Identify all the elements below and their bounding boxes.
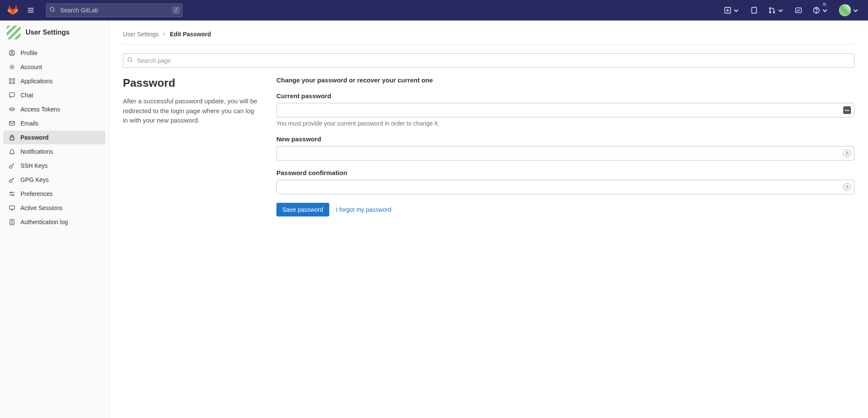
navbar-left: / (7, 3, 183, 17)
sidebar-item-label: Notifications (20, 148, 53, 155)
key-icon (9, 176, 15, 183)
chat-icon (9, 92, 15, 99)
svg-point-10 (769, 12, 771, 13)
content-row: Password After a successful password upd… (123, 76, 854, 216)
password-suggest-icon[interactable] (843, 149, 851, 157)
breadcrumb-parent[interactable]: User Settings (123, 31, 159, 38)
merge-requests-button[interactable] (766, 3, 786, 17)
sidebar: User Settings Profile Account Applicatio… (0, 20, 109, 223)
svg-rect-27 (10, 137, 14, 140)
sidebar-item-label: Password (20, 134, 49, 141)
help-button[interactable] (811, 3, 830, 17)
create-new-button[interactable] (722, 3, 742, 17)
form-group-current-password: Current password ••• You must provide yo… (276, 92, 854, 127)
svg-point-23 (11, 109, 11, 110)
page-search (123, 53, 854, 68)
form-group-confirm-password: Password confirmation (276, 169, 854, 194)
content-left: Password After a successful password upd… (123, 76, 259, 216)
forgot-password-link[interactable]: I forgot my password (336, 206, 392, 213)
sidebar-item-label: Active Sessions (20, 205, 63, 211)
lock-icon (9, 134, 15, 141)
sidebar-item-password[interactable]: Password (3, 131, 105, 144)
current-password-input[interactable] (276, 103, 854, 117)
confirm-password-label: Password confirmation (276, 169, 854, 176)
sidebar-item-label: Access Tokens (20, 106, 60, 113)
gitlab-logo-icon[interactable] (7, 4, 19, 16)
main-content: User Settings Edit Password Password Aft… (109, 20, 868, 223)
search-shortcut-badge: / (172, 6, 180, 14)
svg-point-32 (11, 192, 12, 193)
new-password-input[interactable] (276, 146, 854, 161)
sidebar-item-label: Preferences (20, 190, 52, 197)
sidebar-item-account[interactable]: Account (3, 60, 105, 74)
confirm-password-input[interactable] (276, 180, 854, 194)
sidebar-item-authentication-log[interactable]: Authentication log (3, 215, 105, 223)
sidebar-header[interactable]: User Settings (0, 20, 109, 44)
content-right: Change your password or recover your cur… (276, 76, 854, 216)
form-actions: Save password I forgot my password (276, 203, 854, 216)
sidebar-item-applications[interactable]: Applications (3, 74, 105, 88)
sidebar-title: User Settings (26, 29, 70, 36)
sidebar-item-ssh-keys[interactable]: SSH Keys (3, 159, 105, 172)
page-search-input[interactable] (123, 53, 854, 68)
profile-icon (9, 50, 15, 56)
global-search: / (46, 3, 183, 17)
bell-icon (9, 148, 15, 155)
preferences-icon (9, 190, 15, 197)
monitor-icon (9, 205, 15, 211)
svg-rect-37 (10, 219, 14, 223)
sidebar-item-label: SSH Keys (20, 162, 48, 169)
sidebar-avatar-icon (7, 26, 20, 39)
sidebar-item-profile[interactable]: Profile (3, 46, 105, 60)
sidebar-item-label: Chat (20, 92, 33, 99)
sidebar-item-notifications[interactable]: Notifications (3, 145, 105, 158)
log-icon (9, 219, 15, 223)
password-manager-icon[interactable]: ••• (843, 106, 851, 114)
svg-rect-44 (846, 187, 848, 188)
save-password-button[interactable]: Save password (276, 203, 329, 216)
section-title: Change your password or recover your cur… (276, 76, 854, 84)
breadcrumb: User Settings Edit Password (123, 27, 854, 45)
svg-point-41 (128, 58, 132, 61)
svg-point-14 (816, 12, 816, 12)
svg-rect-19 (13, 79, 15, 80)
svg-point-33 (12, 195, 14, 196)
sidebar-item-label: Account (20, 64, 42, 70)
sidebar-item-preferences[interactable]: Preferences (3, 187, 105, 201)
chevron-right-icon (162, 31, 166, 38)
navbar-right (722, 3, 861, 17)
svg-rect-8 (752, 7, 756, 13)
page-description: After a successful password update, you … (123, 96, 259, 126)
svg-rect-18 (9, 79, 11, 80)
current-password-help: You must provide your current password i… (276, 120, 854, 127)
form-group-new-password: New password (276, 135, 854, 161)
hamburger-menu-icon[interactable] (24, 3, 38, 17)
issues-icon[interactable] (749, 3, 760, 17)
svg-point-16 (11, 51, 13, 53)
svg-point-9 (769, 8, 771, 9)
chevron-down-icon (821, 6, 829, 14)
search-icon (49, 7, 55, 14)
sidebar-item-active-sessions[interactable]: Active Sessions (3, 201, 105, 215)
svg-point-3 (50, 7, 54, 11)
user-menu-button[interactable] (837, 3, 861, 17)
todos-icon[interactable] (793, 3, 804, 17)
svg-rect-21 (13, 82, 15, 84)
sidebar-item-gpg-keys[interactable]: GPG Keys (3, 173, 105, 187)
password-suggest-icon[interactable] (843, 183, 851, 191)
sidebar-nav: Profile Account Applications Chat Access… (0, 44, 109, 223)
sidebar-item-emails[interactable]: Emails (3, 117, 105, 130)
applications-icon (9, 78, 15, 85)
sidebar-item-access-tokens[interactable]: Access Tokens (3, 102, 105, 116)
svg-rect-34 (9, 206, 15, 209)
breadcrumb-current: Edit Password (170, 31, 211, 38)
svg-point-11 (773, 12, 775, 13)
global-search-input[interactable] (46, 3, 183, 17)
current-password-label: Current password (276, 92, 854, 99)
svg-point-17 (11, 66, 13, 68)
user-avatar-icon (839, 4, 851, 16)
sidebar-item-chat[interactable]: Chat (3, 88, 105, 102)
chevron-down-icon (852, 6, 859, 14)
page-heading: Password (123, 76, 259, 90)
svg-point-25 (13, 109, 14, 110)
